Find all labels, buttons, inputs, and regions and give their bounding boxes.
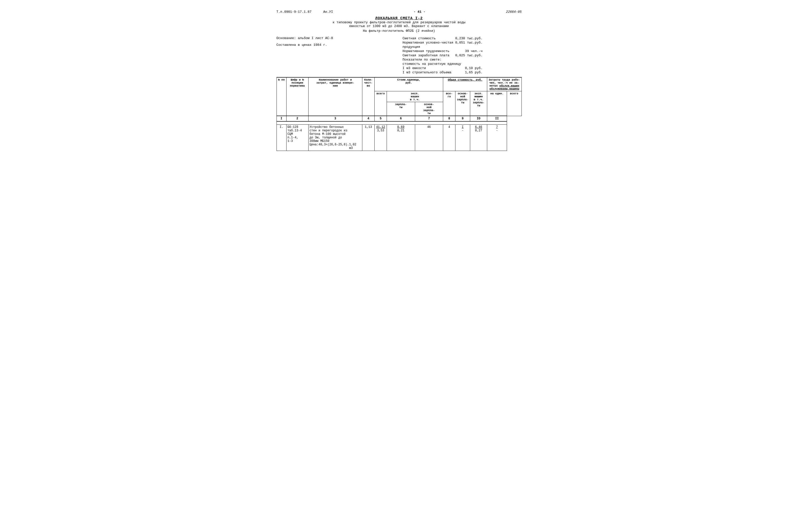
indicators-label: Показатели по смете: [402,58,484,62]
row1-labor-total: 7- [487,125,507,151]
table-row: I. Б6-128таб.13-4СЦМп.1-4,1-3 Устройство… [277,125,521,151]
header-right: 22664-05 [506,10,521,14]
info-row-indicators-sub: стоимость на расчетную единицу [402,62,484,66]
col-num-8: 8 [443,116,455,121]
m3-build-label: I м3 строительного объема [402,70,454,75]
title-section: ЛОКАЛЬНАЯ СМЕТА I-2 к типовому проекту ф… [277,16,522,33]
col-total-expl-header: эксп.машинв т.ч.зарпла-ты [470,91,487,116]
row1-total-base: 4 [443,125,455,151]
subtitle2: емкостью от 1300 м3 до 2400 м3. Вариант … [277,24,522,28]
row1-unit-expl: 0,690,21 [387,125,415,151]
m3-value: 0,10 руб. [454,66,483,70]
col-num-header: № пп [277,77,286,116]
col-num-11: II [487,116,507,121]
norm-clean-value: 0,051 тыс.руб. [454,40,483,49]
spacer-row [277,121,521,125]
col-name-header: Наименование работ изатрат, единица изме… [308,77,362,116]
row1-name: Устройство бетонныхстен и перегородок из… [308,125,362,151]
info-row-smetna: Сметная стоимость 0,230 тыс.руб. [402,36,484,40]
info-right-table: Сметная стоимость 0,230 тыс.руб. Нормати… [402,36,484,75]
info-row-norm-labor: Нормативная трудоемкость 39 чел.-ч [402,49,484,53]
col-unit-expl-mach-header: зарпла-ты [387,102,415,116]
main-table: № пп Шифр и №позициинорматива Наименован… [277,77,522,151]
m3-build-value: 1,65 руб. [454,70,483,75]
basis: Основание: альбом I лист АС-8 [277,36,397,40]
col-unit-header: Стоим.единицы,руб. [375,77,443,91]
page-header: Т.п.0901-9-17.1.87 Ан.УI - 41 - 22664-05 [277,10,522,14]
info-left: Основание: альбом I лист АС-8 Составлена… [277,36,397,75]
smetna-salary-label: Сметная заработная плата [402,53,454,58]
col-labor-total-header: всего [507,91,521,116]
row1-qty: 1,13 [362,125,375,151]
smetna-cost-label: Сметная стоимость [402,36,454,40]
col-unit-base-header: основ-нойзарпла-ты [415,102,443,116]
col-total-all-header: все-го [443,91,455,116]
header-left: Т.п.0901-9-17.1.87 Ан.УI [277,10,333,14]
smetna-cost-value: 0,230 тыс.руб. [454,36,483,40]
info-right: Сметная стоимость 0,230 тыс.руб. Нормати… [397,36,522,75]
row1-labor-unit: 6,460,27 [470,125,487,151]
info-row-smetna-salary: Сметная заработная плата 0,025 тыс.руб. [402,53,484,58]
col-unit-expl-header: эксп.машинв т.ч. [387,91,443,102]
col-num-6: 6 [387,116,415,121]
info-row-indicators: Показатели по смете: [402,58,484,62]
subtitle1: к типовому проекту фильтров-поглотителей… [277,20,522,24]
info-row-norm-clean1: Нормативная условно-чистая 0,051 тыс.руб… [402,40,484,45]
col-num-1: I [277,116,286,121]
row1-num: I. [277,125,286,151]
col-code-header: Шифр и №позициинорматива [286,77,308,116]
indicators-sub: стоимость на расчетную единицу [402,62,484,66]
col-num-2: 2 [286,116,308,121]
col-labor-header: Затраты труда рабо-чих, чел.-ч не за-нят… [487,77,521,91]
norm-labor-value: 39 чел.-ч [454,49,483,53]
m3-label: I м3 емкости [402,66,454,70]
col-num-9: 9 [455,116,470,121]
row1-total-all: 46 [415,125,443,151]
col-labor-unit-header: на един. [487,91,507,116]
norm-clean-label2: продукция [402,45,454,49]
smetna-salary-value: 0,025 тыс.руб. [454,53,483,58]
col-num-7: 7 [415,116,443,121]
col-total-base-header: основ-нойзарпла-ты [455,91,470,116]
row1-unit-all: 41,123,53 [375,125,387,151]
norm-clean-label: Нормативная условно-чистая [402,40,454,45]
table-col-numbers: I 2 3 4 5 6 7 8 9 IO II [277,116,521,121]
col-num-10: IO [470,116,487,121]
col-num-5: 5 [375,116,387,121]
table-header-row1: № пп Шифр и №позициинорматива Наименован… [277,77,521,91]
col-num-3: 3 [308,116,362,121]
row1-total-expl: I- [455,125,470,151]
info-row-m3-build: I м3 строительного объема 1,65 руб. [402,70,484,75]
filter-title: На фильтр-поглотитель ФП2Б (2 ячейки) [277,29,522,33]
col-num-4: 4 [362,116,375,121]
col-unit-all-header: всего [375,91,387,116]
row1-code: Б6-128таб.13-4СЦМп.1-4,1-3 [286,125,308,151]
header-center: - 41 - [333,10,506,14]
main-title: ЛОКАЛЬНАЯ СМЕТА I-2 [277,16,522,20]
info-section: Основание: альбом I лист АС-8 Составлена… [277,36,522,75]
col-qty-header: Коли-чест-во [362,77,375,116]
norm-labor-label: Нормативная трудоемкость [402,49,454,53]
composed: Составлена в ценах 1984 г. [277,43,397,47]
col-total-header: Общая стоимость, руб. [443,77,487,91]
info-row-m3: I м3 емкости 0,10 руб. [402,66,484,70]
